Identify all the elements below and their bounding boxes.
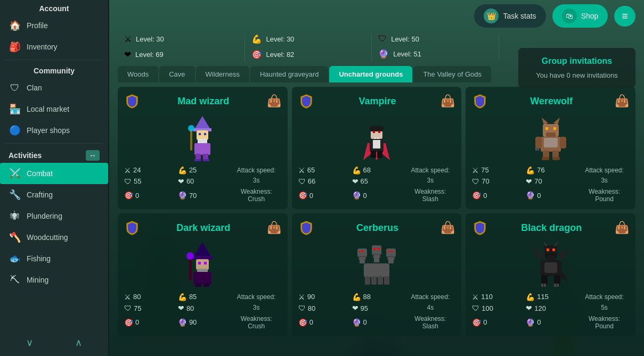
vampire-bag: 👜: [441, 94, 455, 108]
sidebar-fishing-label: Fishing: [27, 254, 51, 263]
sidebar-item-fishing[interactable]: 🐟 Fishing: [0, 248, 108, 269]
attack-label: Level: 30: [136, 35, 178, 43]
svg-marker-39: [193, 242, 211, 257]
svg-marker-23: [542, 118, 548, 125]
sidebar-item-clan[interactable]: 🛡 Clan: [0, 77, 108, 98]
svg-rect-82: [544, 284, 546, 287]
sidebar-item-crafting[interactable]: 🔧 Crafting: [0, 184, 108, 205]
dark-wizard-image: [124, 240, 281, 288]
dark-wizard-name: Dark wizard: [144, 222, 263, 234]
tab-wilderness[interactable]: Wilderness: [196, 66, 249, 82]
cerberus-stats: ⚔90 💪88 Attack speed: 4s 🛡80 ❤95 🎯0 🔮0 W…: [298, 292, 455, 329]
tab-valley-of-gods[interactable]: The Valley of Gods: [413, 66, 491, 82]
svg-rect-66: [365, 276, 370, 285]
svg-rect-78: [544, 262, 557, 273]
tab-cave[interactable]: Cave: [159, 66, 194, 82]
svg-rect-27: [545, 127, 548, 130]
svg-rect-64: [388, 257, 394, 263]
stat-attack: ⚔ Level: 30: [124, 34, 238, 44]
scroll-down-btn[interactable]: ∨: [21, 335, 38, 351]
sidebar-item-plundering[interactable]: 🕷 Plundering: [0, 205, 108, 227]
market-icon: 🏪: [9, 103, 21, 115]
tab-uncharted-grounds[interactable]: Uncharted grounds: [329, 66, 412, 82]
svg-rect-7: [190, 129, 192, 151]
svg-rect-21: [371, 151, 376, 158]
svg-rect-67: [371, 276, 377, 285]
werewolf-image: [472, 113, 629, 161]
tab-woods[interactable]: Woods: [118, 66, 158, 82]
shop-label: Shop: [581, 12, 599, 20]
attack-icon: ⚔: [124, 34, 132, 44]
black-dragon-name: Black dragon: [492, 222, 610, 234]
svg-rect-61: [391, 251, 393, 252]
magic-label: Level: 51: [393, 50, 436, 58]
monster-card-cerberus[interactable]: Cerberus 👜: [292, 213, 462, 336]
shop-button[interactable]: 🛍 Shop: [552, 4, 608, 28]
svg-rect-38: [544, 138, 558, 147]
stat-group-1: ⚔ Level: 30 ❤ Level: 69: [118, 34, 245, 62]
svg-rect-35: [552, 151, 559, 158]
monsters-area[interactable]: Mad wizard 👜: [109, 82, 644, 356]
svg-rect-83: [554, 284, 556, 287]
sidebar-crafting-label: Crafting: [27, 191, 53, 199]
cerberus-image: [298, 240, 455, 288]
svg-rect-65: [364, 263, 389, 277]
sidebar-item-inventory[interactable]: 🎒 Inventory: [0, 36, 108, 57]
mad-wizard-name: Mad wizard: [144, 96, 263, 107]
monster-card-werewolf[interactable]: Werewolf 👜: [466, 87, 635, 209]
sidebar-item-profile[interactable]: 🏠 Profile: [0, 15, 108, 36]
defense-label: Level: 50: [391, 35, 434, 43]
dark-wizard-header: Dark wizard 👜: [124, 220, 281, 236]
sidebar-item-local-market[interactable]: 🏪 Local market: [0, 98, 108, 120]
stat-group-2: 💪 Level: 30 🎯 Level: 82: [245, 34, 372, 62]
svg-rect-14: [370, 126, 384, 131]
sidebar-item-player-shops[interactable]: 🔵 Player shops: [0, 120, 108, 141]
cerberus-bag: 👜: [441, 221, 455, 235]
svg-rect-79: [541, 275, 548, 285]
group-invitations-panel: Group invitations You have 0 new invitat…: [518, 48, 635, 88]
monster-card-vampire[interactable]: Vampire 👜: [292, 87, 462, 209]
sidebar-clan-label: Clan: [27, 84, 42, 92]
task-stats-button[interactable]: 👑 Task stats: [474, 4, 545, 28]
magic-icon: 🔮: [378, 49, 389, 59]
svg-rect-16: [378, 131, 380, 133]
monster-card-dark-wizard[interactable]: Dark wizard 👜: [118, 213, 288, 336]
svg-rect-3: [199, 133, 201, 135]
sidebar-item-combat[interactable]: ⚔️ Combat: [0, 163, 108, 184]
defense-icon: 🛡: [378, 34, 387, 44]
stat-magic: 🔮 Level: 51: [378, 49, 492, 59]
svg-rect-4: [204, 133, 206, 135]
svg-rect-62: [360, 257, 365, 263]
menu-button[interactable]: ≡: [614, 6, 635, 27]
clan-icon: 🛡: [9, 81, 21, 94]
svg-rect-81: [541, 284, 543, 287]
monster-card-black-dragon[interactable]: Black dragon 👜: [466, 213, 635, 336]
svg-rect-56: [373, 248, 376, 250]
inventory-icon: 🎒: [9, 40, 21, 53]
svg-rect-46: [189, 257, 192, 280]
monsters-grid: Mad wizard 👜: [118, 82, 635, 341]
sidebar-item-woodcutting[interactable]: 🪓 Woodcutting: [0, 227, 108, 248]
divider-community: [5, 60, 103, 60]
svg-rect-43: [204, 262, 207, 264]
tab-haunted-graveyard[interactable]: Haunted graveyard: [250, 66, 329, 82]
black-dragon-stats: ⚔110 💪115 Attack speed: 5s 🛡100 ❤120 🎯0 …: [472, 292, 629, 329]
svg-marker-71: [543, 241, 548, 246]
dark-wizard-stats: ⚔80 💪85 Attack speed: 3s 🛡75 ❤80 🎯0 🔮90 …: [124, 292, 281, 329]
stat-group-3: 🛡 Level: 50 🔮 Level: 51: [372, 34, 499, 61]
group-invitations-title: Group invitations: [531, 56, 623, 66]
combat-icon: ⚔️: [9, 167, 21, 180]
activities-toggle-btn[interactable]: ↔: [86, 150, 100, 161]
mad-wizard-stats: ⚔24 💪25 Attack speed: 3s 🛡55 ❤60 🎯0 🔮70 …: [124, 165, 281, 203]
black-dragon-bag: 👜: [615, 221, 629, 235]
task-stats-label: Task stats: [503, 12, 536, 20]
svg-marker-24: [553, 118, 560, 125]
werewolf-stats: ⚔75 💪76 Attack speed: 3s 🛡70 ❤70 🎯0 🔮0 W…: [472, 165, 629, 203]
range-icon: 🎯: [251, 49, 262, 60]
svg-rect-57: [378, 248, 380, 250]
monster-card-mad-wizard[interactable]: Mad wizard 👜: [118, 87, 288, 209]
activities-section-title: Activities: [9, 151, 42, 160]
sidebar-item-mining[interactable]: ⛏ Mining: [0, 269, 108, 291]
mad-wizard-header: Mad wizard 👜: [124, 93, 281, 109]
scroll-up-btn[interactable]: ∧: [70, 335, 87, 351]
